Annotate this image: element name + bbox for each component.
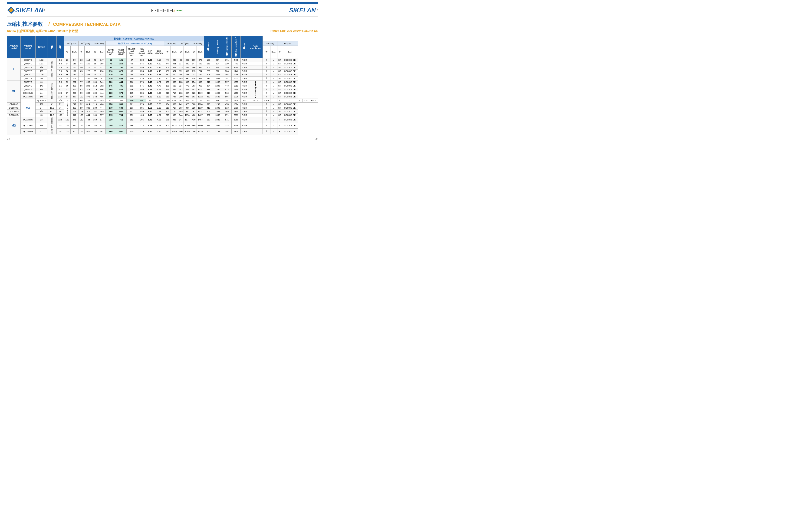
m10-b-cell: 1232 — [196, 95, 204, 99]
m35-b-cell: 287 — [70, 95, 78, 99]
m25-b-cell: 198 — [98, 62, 106, 66]
capb-cell: 409 — [116, 73, 126, 77]
m35-b-cell: 116 — [70, 62, 78, 66]
m5-w-cell: 317 — [204, 77, 213, 80]
cert-cell: CCC CB CE — [282, 110, 298, 113]
m35-b-cell: 372 — [70, 123, 78, 129]
start-cap-cell: / — [263, 58, 270, 62]
m10-w-cell: 430 — [191, 113, 197, 117]
eer-cell: 4.10 — [154, 62, 164, 66]
cert-cell: CCC CB CE — [282, 58, 298, 62]
m35-w-cell: 100 — [64, 117, 71, 123]
m10-w-cell: 147 — [191, 62, 197, 66]
m25-b-cell: 577 — [98, 117, 106, 123]
logo-diamond-icon — [7, 6, 15, 14]
table-row: QD103YG1/4-10.37726399338130444170580113… — [7, 106, 318, 110]
m15-b-cell: 454 — [184, 66, 191, 69]
motor-cell: RSIR — [241, 69, 248, 73]
m10-b-cell: 1119 — [196, 91, 204, 95]
m25-w-cell: 169 — [92, 113, 98, 117]
m15-b-cell: 826 — [184, 88, 191, 91]
capw-cell: 120 — [106, 73, 116, 77]
cert-cell: CCC CB CE — [282, 62, 298, 66]
voltage-cell: 220-240V~50/60Hz — [47, 117, 57, 134]
m20-w-cell: 163 — [164, 77, 171, 80]
m15-b-cell: 587 — [184, 69, 191, 73]
m20-w-cell: 194 — [164, 88, 171, 91]
m10-w-cell: 328 — [191, 91, 197, 95]
start-cap-cell: / — [263, 113, 270, 117]
m10-w-cell: 283 — [204, 99, 213, 102]
hp-cell: 1/5 — [35, 88, 47, 91]
cooling-cell: ST — [277, 73, 282, 77]
capw-cell: 158 — [106, 102, 116, 106]
eer-cell: 4.77 — [154, 80, 164, 84]
m15-w-cell: 242 — [178, 102, 184, 106]
m30-b-cell: 293 — [98, 99, 106, 102]
m5-b-cell: 1832 — [213, 117, 222, 123]
m15-b-cell: 1385 — [184, 129, 191, 134]
model-cell: QD53YG — [21, 66, 35, 69]
capb-cell: 573 — [116, 91, 126, 95]
m30-w-cell: 99 — [78, 106, 84, 110]
run-cap-cell: / — [270, 58, 277, 62]
disp-cell: 5.3 — [57, 66, 64, 69]
m30-b-cell: 525 — [84, 129, 92, 134]
model-cell: QD85YG — [21, 84, 35, 88]
hp-cell: 1/4 — [35, 95, 47, 99]
capw-cell: 148 — [126, 99, 137, 102]
p0-w-cell: 259 — [222, 66, 232, 69]
run-cap-cell: / — [282, 99, 298, 102]
col-cert: 认证Certificate — [248, 36, 263, 58]
curr-cell: 0.95 — [137, 95, 146, 99]
capb-cell: 819 — [116, 123, 126, 129]
start-cap-cell: / — [263, 91, 270, 95]
run-cap-cell: / — [270, 77, 277, 80]
col-curr: 电流InputCurrent(A) — [137, 46, 146, 58]
m15-b-cell: 1280 — [184, 123, 191, 129]
inpw-cell: 115 — [126, 91, 137, 95]
inpw-cell: 127 — [126, 110, 137, 113]
p0-w-cell: 671 — [222, 113, 232, 117]
m5-b-cell: 1832 — [213, 113, 222, 117]
subtitle-right: R600a LBP 220-240V~50/60Hz OE — [270, 29, 318, 33]
m10-w-cell: 109 — [191, 58, 197, 62]
hp-cell: 1/6- — [35, 77, 47, 80]
cert-cell: CCC CB CE — [282, 102, 298, 106]
capb-cell: 734 — [116, 113, 126, 117]
motor-cell: RSIR — [241, 66, 248, 69]
col-m25-b: Btu/h — [98, 46, 106, 58]
col-m30-b: Btu/h — [84, 46, 92, 58]
m20-w-cell: 138 — [164, 69, 171, 73]
cert-cell: CCC CB CE — [282, 129, 298, 134]
m25-w-cell: 185 — [92, 123, 98, 129]
start-cap-cell: / — [263, 95, 270, 99]
cop-cell: 1.35 — [146, 113, 154, 117]
capb-cell: 580 — [116, 106, 126, 110]
inpw-cell: 179 — [126, 129, 137, 134]
cert-cell: CCC CB CE — [282, 88, 298, 91]
m5-b-cell: 1208 — [213, 84, 222, 88]
m20-b-cell: 556 — [171, 80, 178, 84]
m30-b-cell: 338 — [84, 106, 92, 110]
col-starting-device: Starting Device — [213, 36, 222, 58]
model-cell: QD128YG — [21, 117, 35, 123]
m15-b-cell: 775 — [196, 99, 204, 102]
m20-w-cell: 210 — [164, 106, 171, 110]
m5-b-cell: 1208 — [231, 99, 241, 102]
cop-cell: 1.55 — [146, 102, 154, 106]
hp-cell: 1/5 — [35, 102, 47, 106]
inpw-cell: 85 — [126, 69, 137, 73]
serial-cell: MQ — [7, 117, 21, 134]
m10-w-cell: 254 — [191, 80, 197, 84]
m5-b-cell: 1399 — [213, 106, 222, 110]
cert-cell: CCC CB CE — [282, 91, 298, 95]
m10-b-cell: 1034 — [196, 88, 204, 91]
start-dev-cell — [248, 106, 263, 110]
m20-b-cell: 662 — [171, 102, 178, 106]
eer-cell: 5.12 — [154, 106, 164, 110]
cop-cell: 1.50 — [146, 95, 154, 99]
motor-cell: RSIR — [241, 129, 248, 134]
capw-cell: 155 — [106, 88, 116, 91]
header-logo-right: SIKELAN ® — [289, 7, 318, 14]
